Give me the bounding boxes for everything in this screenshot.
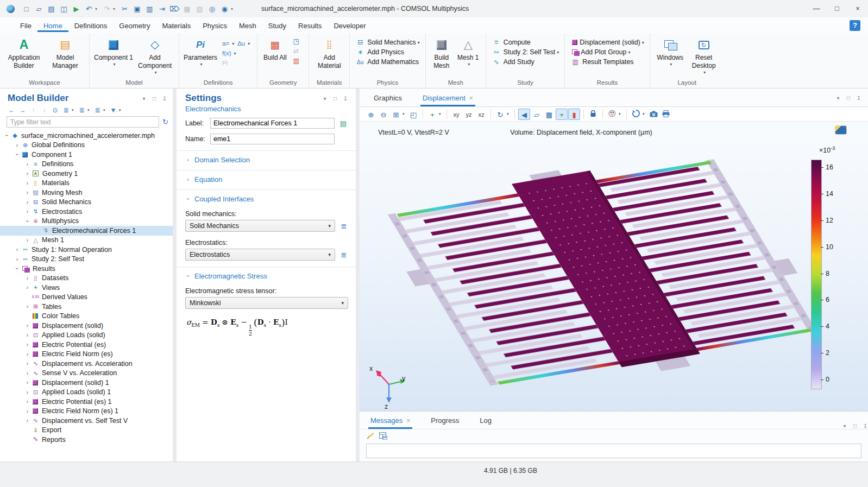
tree-item-displacement-vs-acceleration[interactable]: ›∿Displacement vs. Acceleration <box>0 359 173 369</box>
menu-results[interactable]: Results <box>292 19 328 32</box>
environment-reflections-button[interactable]: ▱ <box>531 109 543 120</box>
refresh-icon[interactable]: ↻ <box>162 118 168 126</box>
solid-mechanics-select[interactable]: Solid Mechanics ▾ <box>185 220 335 232</box>
tree-item-global-definitions[interactable]: ›⊕Global Definitions <box>0 141 173 150</box>
build-mesh-button[interactable]: Build Mesh <box>429 35 454 70</box>
chevron-icon[interactable]: › <box>24 418 31 423</box>
tab-displacement[interactable]: Displacement× <box>420 91 475 106</box>
chevron-icon[interactable]: › <box>24 360 31 366</box>
caret-icon[interactable]: ▾ <box>103 108 108 112</box>
chevron-icon[interactable]: › <box>24 399 31 404</box>
pane-pin-icon[interactable]: ↧ <box>343 96 348 102</box>
result-templates-button[interactable]: ▥ Result Templates <box>570 58 644 66</box>
tab-messages[interactable]: Messages× <box>368 413 412 429</box>
add-plot-group-button[interactable]: Add Plot Group▾ <box>570 48 644 56</box>
chevron-icon[interactable]: › <box>24 303 31 309</box>
snapshot-camera-icon[interactable] <box>647 109 659 120</box>
chevron-icon[interactable]: › <box>14 151 20 158</box>
pane-pin-icon[interactable]: ↧ <box>863 423 868 429</box>
chevron-icon[interactable]: › <box>24 351 31 357</box>
label-input[interactable] <box>210 118 335 129</box>
tree-item-sense-v-vs-acceleration[interactable]: ›∿Sense V vs. Acceleration <box>0 369 173 378</box>
zoom-out-button[interactable]: ⊖ <box>378 109 389 120</box>
tree-item-displacement-solid[interactable]: ›Displacement (solid) <box>0 321 173 331</box>
graphics-canvas[interactable]: VtestL=0 V, VtestR=2 V Volume: Displacem… <box>360 122 868 411</box>
message-table-icon[interactable] <box>379 432 387 441</box>
tree-item-views[interactable]: ›+Views <box>0 283 173 293</box>
pane-menu-icon[interactable]: ▾ <box>141 96 147 102</box>
paste-icon[interactable]: ▥ <box>143 5 156 13</box>
compute-button[interactable]: = Compute <box>492 39 559 46</box>
caret-icon[interactable]: ▾ <box>619 112 623 116</box>
tree-item-applied-loads[interactable]: ›⊡Applied Loads (solid) <box>0 331 173 340</box>
zoom-extents-button[interactable]: ◰ <box>407 109 419 120</box>
search-replace-icon[interactable]: ◉ <box>218 5 231 13</box>
tree-item-reports[interactable]: ›✎Reports <box>0 435 173 445</box>
duplicate-icon[interactable]: ⇥ <box>156 5 168 13</box>
chevron-icon[interactable]: › <box>24 332 31 338</box>
physics-interface-selector[interactable]: ⊟ Solid Mechanics▾ <box>355 39 420 46</box>
undo-icon[interactable]: ↶ <box>83 5 95 13</box>
chevron-icon[interactable]: › <box>14 256 21 262</box>
save-icon[interactable]: ▤ <box>45 5 58 13</box>
chevron-icon[interactable]: › <box>24 284 31 290</box>
zoom-box-button[interactable]: ⊞ <box>390 109 402 120</box>
view-xy-button[interactable]: xy <box>450 109 462 120</box>
chevron-icon[interactable]: › <box>24 275 31 281</box>
maximize-button[interactable]: □ <box>827 0 847 17</box>
delete-icon[interactable]: ⌦ <box>168 5 181 13</box>
menu-study[interactable]: Study <box>262 19 292 32</box>
tab-close-icon[interactable]: × <box>469 94 473 102</box>
help-button[interactable]: ? <box>850 20 860 31</box>
variables-button[interactable]: a=▾ <box>221 40 236 47</box>
tree-item-electromechanical-forces[interactable]: ›↯Electromechanical Forces 1 <box>0 226 173 236</box>
chevron-icon[interactable]: › <box>24 380 31 385</box>
tree-item-export[interactable]: ›⇓Export <box>0 426 173 435</box>
axis-orientation-toggle[interactable]: + <box>556 109 568 120</box>
tree-item-applied-loads-1[interactable]: ›⊡Applied Loads (solid) 1 <box>0 388 173 397</box>
section-coupled-interfaces[interactable]: › Coupled Interfaces <box>185 195 348 203</box>
component-1-button[interactable]: Component 1▾ <box>93 35 134 67</box>
quick-access-caret-icon[interactable]: ▾ <box>231 7 236 11</box>
panel-splitter[interactable] <box>173 88 177 461</box>
section-electromagnetic-stress[interactable]: › Electromagnetic Stress <box>185 272 348 280</box>
redo-caret-icon[interactable]: ▾ <box>113 7 118 11</box>
tab-graphics[interactable]: Graphics <box>372 91 404 106</box>
cut-icon[interactable]: ✂ <box>118 5 131 13</box>
add-mathematics-button[interactable]: Δu Add Mathematics <box>355 58 420 66</box>
application-builder-button[interactable]: A Application Builder <box>3 35 45 70</box>
pane-pin-icon[interactable]: ↧ <box>856 95 861 101</box>
tree-item-displacement-vs-self-test[interactable]: ›∿Displacement vs. Self Test V <box>0 416 173 426</box>
chevron-icon[interactable]: › <box>24 370 31 376</box>
chevron-icon[interactable]: › <box>24 218 30 225</box>
chevron-icon[interactable]: › <box>24 170 31 176</box>
grid-toggle[interactable]: ▦ <box>543 109 555 120</box>
tree-item-tables[interactable]: ›⊞Tables <box>0 302 173 312</box>
chevron-icon[interactable]: › <box>24 180 31 186</box>
filter-input[interactable] <box>7 116 159 128</box>
tree-item-root[interactable]: ›◆surface_micromachined_accelerometer.mp… <box>0 131 173 141</box>
collapse-all-button[interactable]: ≣ <box>61 106 71 114</box>
nonlocal-couplings-button[interactable]: Δu▾ <box>236 40 251 47</box>
run-icon[interactable]: ▶ <box>70 5 83 13</box>
filter-button[interactable]: ▼ <box>108 106 118 114</box>
chevron-icon[interactable]: › <box>14 265 20 272</box>
model-manager-button[interactable]: ▤ Model Manager <box>45 35 86 70</box>
rotate-button[interactable]: ↻ <box>494 109 506 120</box>
back-button[interactable]: ← <box>7 106 17 114</box>
tree-item-datasets[interactable]: ›⣿Datasets <box>0 274 173 283</box>
caret-icon[interactable]: ▾ <box>507 112 511 116</box>
chevron-icon[interactable]: › <box>24 208 31 214</box>
tree-item-materials[interactable]: ›⣿Materials <box>0 179 173 188</box>
tree-item-derived-values[interactable]: ›8.85Derived Values <box>0 293 173 302</box>
caret-icon[interactable]: ▾ <box>87 108 92 112</box>
menu-mesh[interactable]: Mesh <box>233 19 262 32</box>
tree-item-component-1[interactable]: ›Component 1 <box>0 150 173 160</box>
tree-item-electric-field-norm-1[interactable]: ›Electric Field Norm (es) 1 <box>0 407 173 416</box>
show-icon[interactable]: ⊙ <box>50 106 60 114</box>
chevron-icon[interactable]: › <box>24 341 31 347</box>
pane-float-icon[interactable]: □ <box>332 96 338 102</box>
find-icon[interactable]: ◎ <box>206 5 218 13</box>
study-2-selector[interactable]: ∾ Study 2: Self Test▾ <box>492 48 559 56</box>
pane-menu-icon[interactable]: ▾ <box>322 96 328 102</box>
